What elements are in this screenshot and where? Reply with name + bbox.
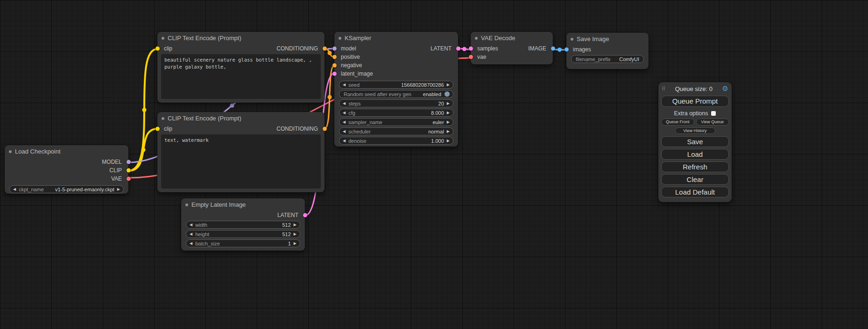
- collapse-dot-icon[interactable]: [162, 117, 164, 120]
- decrement-arrow-icon[interactable]: ◀: [343, 130, 346, 133]
- toggle-knob-icon[interactable]: [445, 91, 450, 97]
- conditioning-output-port[interactable]: [323, 127, 327, 131]
- refresh-button[interactable]: Refresh: [661, 161, 729, 172]
- queue-prompt-button[interactable]: Queue Prompt: [661, 96, 729, 107]
- decrement-arrow-icon[interactable]: ◀: [190, 232, 192, 236]
- decrement-arrow-icon[interactable]: ◀: [343, 83, 346, 87]
- queue-size-label: Queue size: 0: [668, 85, 719, 92]
- increment-arrow-icon[interactable]: ▶: [294, 223, 296, 227]
- node-title-bar[interactable]: Load Checkpoint: [5, 145, 128, 158]
- increment-arrow-icon[interactable]: ▶: [447, 102, 450, 105]
- collapse-dot-icon[interactable]: [339, 37, 341, 40]
- images-input-port[interactable]: [565, 48, 569, 52]
- increment-arrow-icon[interactable]: ▶: [294, 232, 296, 236]
- load-default-button[interactable]: Load Default: [661, 187, 729, 197]
- slot-row: clip CONDITIONING: [157, 44, 325, 53]
- denoise-widget[interactable]: ◀ denoise 1.000 ▶: [339, 137, 453, 145]
- conditioning-output-port[interactable]: [323, 47, 327, 51]
- widget-name: cfg: [348, 110, 355, 116]
- node-title-bar[interactable]: Save Image: [566, 33, 649, 45]
- extra-options-row: Extra options: [658, 109, 732, 118]
- decrement-arrow-icon[interactable]: ◀: [13, 188, 16, 191]
- clear-button[interactable]: Clear: [661, 174, 729, 185]
- input-slot-positive: positive: [334, 53, 458, 61]
- height-widget[interactable]: ◀ height 512 ▶: [186, 230, 300, 238]
- scheduler-widget[interactable]: ◀ scheduler normal ▶: [339, 127, 453, 135]
- cfg-widget[interactable]: ◀ cfg 8.000 ▶: [339, 109, 453, 117]
- widget-value: ComfyUI: [619, 56, 639, 62]
- input-label: images: [573, 46, 591, 53]
- widget-name: steps: [348, 101, 360, 106]
- width-widget[interactable]: ◀ width 512 ▶: [186, 221, 300, 229]
- widget-value: 512: [282, 231, 290, 237]
- view-history-button[interactable]: View History: [675, 127, 715, 134]
- widget-value: normal: [428, 129, 444, 134]
- batch-size-widget[interactable]: ◀ batch_size 1 ▶: [186, 239, 300, 247]
- extra-options-label: Extra options: [674, 110, 708, 117]
- latent-output-port[interactable]: [303, 213, 307, 217]
- decrement-arrow-icon[interactable]: ◀: [343, 111, 346, 115]
- decrement-arrow-icon[interactable]: ◀: [190, 223, 192, 227]
- positive-input-port[interactable]: [332, 55, 337, 59]
- latent-image-input-port[interactable]: [332, 72, 337, 76]
- latent-output-port[interactable]: [456, 47, 460, 51]
- node-title-bar[interactable]: CLIP Text Encode (Prompt): [157, 112, 325, 125]
- ckpt-name-widget[interactable]: ◀ ckpt_name v1-5-pruned-emaonly.ckpt ▶: [9, 185, 124, 193]
- node-title-bar[interactable]: KSampler: [334, 32, 458, 44]
- output-slot-vae: VAE: [5, 175, 128, 183]
- drag-handle-icon[interactable]: ⠿: [662, 86, 665, 92]
- clip-input-port[interactable]: [155, 47, 160, 51]
- extra-options-checkbox[interactable]: [711, 111, 716, 116]
- load-button[interactable]: Load: [661, 149, 729, 160]
- output-label: CONDITIONING: [276, 126, 318, 132]
- increment-arrow-icon[interactable]: ▶: [447, 139, 450, 143]
- vae-output-port[interactable]: [127, 177, 131, 181]
- negative-prompt-textarea[interactable]: text, watermark: [161, 134, 321, 189]
- collapse-dot-icon[interactable]: [571, 38, 573, 41]
- vae-input-port[interactable]: [469, 55, 473, 59]
- settings-gear-icon[interactable]: ⚙: [722, 84, 728, 93]
- node-title: VAE Decode: [481, 35, 515, 42]
- clip-input-port[interactable]: [155, 127, 160, 131]
- input-slot-latent-image: latent_image: [334, 70, 458, 78]
- widget-name: height: [195, 231, 209, 237]
- collapse-dot-icon[interactable]: [162, 37, 164, 40]
- widget-name: scheduler: [348, 129, 371, 134]
- decrement-arrow-icon[interactable]: ◀: [343, 139, 346, 143]
- increment-arrow-icon[interactable]: ▶: [117, 188, 120, 191]
- collapse-dot-icon[interactable]: [185, 203, 188, 206]
- sampler-name-widget[interactable]: ◀ sampler_name euler ▶: [339, 118, 453, 126]
- decrement-arrow-icon[interactable]: ◀: [343, 102, 346, 105]
- queue-front-button[interactable]: Queue Front: [661, 119, 694, 126]
- increment-arrow-icon[interactable]: ▶: [447, 130, 450, 133]
- clip-output-port[interactable]: [127, 168, 131, 173]
- input-label: clip: [164, 45, 172, 52]
- increment-arrow-icon[interactable]: ▶: [447, 83, 450, 87]
- random-seed-toggle-widget[interactable]: Random seed after every gen enabled: [339, 90, 453, 98]
- node-title-bar[interactable]: VAE Decode: [471, 32, 553, 44]
- model-output-port[interactable]: [127, 160, 131, 164]
- node-title-bar[interactable]: CLIP Text Encode (Prompt): [157, 32, 325, 44]
- widget-name: batch_size: [195, 241, 220, 246]
- positive-prompt-textarea[interactable]: beautiful scenery nature glass bottle la…: [161, 54, 321, 99]
- increment-arrow-icon[interactable]: ▶: [447, 111, 450, 115]
- increment-arrow-icon[interactable]: ▶: [447, 120, 450, 124]
- view-queue-button[interactable]: View Queue: [696, 119, 729, 126]
- decrement-arrow-icon[interactable]: ◀: [190, 242, 192, 245]
- collapse-dot-icon[interactable]: [475, 37, 478, 40]
- model-input-port[interactable]: [332, 47, 337, 51]
- steps-widget[interactable]: ◀ steps 20 ▶: [339, 99, 453, 107]
- save-button[interactable]: Save: [661, 136, 729, 147]
- decrement-arrow-icon[interactable]: ◀: [343, 120, 346, 124]
- image-output-port[interactable]: [551, 47, 555, 51]
- node-title: CLIP Text Encode (Prompt): [168, 35, 241, 42]
- node-title-bar[interactable]: Empty Latent Image: [181, 198, 305, 211]
- increment-arrow-icon[interactable]: ▶: [294, 242, 296, 245]
- input-label: positive: [341, 54, 360, 60]
- filename-prefix-widget[interactable]: filename_prefix ComfyUI: [571, 55, 644, 63]
- seed-widget[interactable]: ◀ seed 156680208700286 ▶: [339, 81, 453, 89]
- input-slot-negative: negative: [334, 61, 458, 70]
- negative-input-port[interactable]: [332, 63, 337, 68]
- samples-input-port[interactable]: [469, 47, 473, 51]
- collapse-dot-icon[interactable]: [9, 150, 12, 153]
